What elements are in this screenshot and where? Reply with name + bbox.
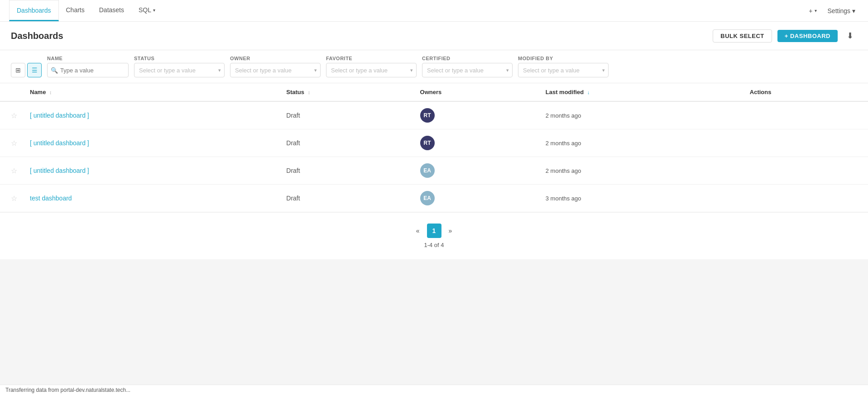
- row-name-cell: [ untitled dashboard ]: [23, 101, 279, 129]
- row-status-cell: Draft: [279, 185, 412, 212]
- col-owners-label: Owners: [420, 89, 442, 95]
- last-modified-time: 2 months ago: [546, 140, 581, 147]
- col-header-name[interactable]: Name ↕: [23, 83, 279, 101]
- table-row: ☆ [ untitled dashboard ] Draft RT 2 mont…: [0, 129, 868, 157]
- favorite-star-button[interactable]: ☆: [11, 167, 17, 175]
- dashboard-link[interactable]: test dashboard: [30, 195, 72, 202]
- table-row: ☆ [ untitled dashboard ] Draft EA 2 mont…: [0, 157, 868, 185]
- row-status-cell: Draft: [279, 101, 412, 129]
- tab-charts[interactable]: Charts: [59, 0, 92, 21]
- add-dashboard-button[interactable]: + DASHBOARD: [777, 30, 838, 42]
- favorite-filter-wrap: Select or type a value ▾: [326, 63, 417, 77]
- pagination: « 1 »: [412, 224, 456, 238]
- row-name-cell: [ untitled dashboard ]: [23, 129, 279, 157]
- row-name-cell: test dashboard: [23, 185, 279, 212]
- filters-bar: ⊞ ☰ NAME 🔍 STATUS Select or type a value…: [0, 50, 868, 83]
- favorite-filter-label: FAVORITE: [326, 56, 417, 61]
- status-badge: Draft: [286, 195, 300, 202]
- add-plus-icon: +: [809, 7, 812, 14]
- nav-right: + ▾ Settings ▾: [805, 5, 859, 16]
- col-header-owners: Owners: [413, 83, 538, 101]
- bulk-select-button[interactable]: BULK SELECT: [713, 29, 772, 43]
- grid-view-button[interactable]: ⊞: [11, 63, 25, 77]
- favorite-star-button[interactable]: ☆: [11, 111, 17, 120]
- add-button[interactable]: + ▾: [805, 5, 820, 16]
- status-sort-icon: ↕: [308, 90, 311, 95]
- table-container: Name ↕ Status ↕ Owners Last modified ↓ A…: [0, 83, 868, 212]
- header-actions: BULK SELECT + DASHBOARD ⬇: [713, 29, 857, 43]
- favorite-filter-select[interactable]: Select or type a value: [326, 63, 417, 77]
- favorite-star-button[interactable]: ☆: [11, 139, 17, 148]
- settings-button[interactable]: Settings ▾: [824, 5, 859, 16]
- tab-sql-label: SQL: [139, 6, 151, 14]
- pagination-container: « 1 » 1-4 of 4: [0, 212, 868, 259]
- last-modified-time: 3 months ago: [546, 195, 581, 202]
- dashboard-link[interactable]: [ untitled dashboard ]: [30, 112, 89, 119]
- status-badge: Draft: [286, 167, 300, 174]
- owner-filter-select[interactable]: Select or type a value: [230, 63, 321, 77]
- name-filter-input[interactable]: [47, 63, 129, 77]
- top-nav: Dashboards Charts Datasets SQL ▾ + ▾ Set…: [0, 0, 868, 22]
- status-filter-select[interactable]: Select or type a value: [134, 63, 225, 77]
- dashboard-link[interactable]: [ untitled dashboard ]: [30, 167, 89, 174]
- row-star-cell: ☆: [0, 185, 23, 212]
- dashboards-table: Name ↕ Status ↕ Owners Last modified ↓ A…: [0, 83, 868, 212]
- owner-filter-group: OWNER Select or type a value ▾: [230, 56, 321, 77]
- nav-tabs: Dashboards Charts Datasets SQL ▾: [9, 0, 163, 21]
- certified-filter-select[interactable]: Select or type a value: [422, 63, 513, 77]
- col-header-status[interactable]: Status ↕: [279, 83, 412, 101]
- table-row: ☆ test dashboard Draft EA 3 months ago: [0, 185, 868, 212]
- certified-filter-label: CERTIFIED: [422, 56, 513, 61]
- status-filter-label: STATUS: [134, 56, 225, 61]
- next-page-button[interactable]: »: [445, 225, 456, 236]
- col-header-last-modified[interactable]: Last modified ↓: [538, 83, 743, 101]
- row-owners-cell: EA: [413, 185, 538, 212]
- modified-by-filter-label: MODIFIED BY: [518, 56, 609, 61]
- row-last-modified-cell: 2 months ago: [538, 157, 743, 185]
- name-filter-wrap: 🔍: [47, 63, 129, 77]
- page-count: 1-4 of 4: [424, 242, 444, 248]
- page-header: Dashboards BULK SELECT + DASHBOARD ⬇: [0, 22, 868, 50]
- owner-filter-label: OWNER: [230, 56, 321, 61]
- modified-by-filter-group: MODIFIED BY Select or type a value ▾: [518, 56, 609, 77]
- owner-filter-wrap: Select or type a value ▾: [230, 63, 321, 77]
- col-header-actions: Actions: [743, 83, 868, 101]
- row-actions-cell: [743, 185, 868, 212]
- row-owners-cell: RT: [413, 101, 538, 129]
- row-star-cell: ☆: [0, 129, 23, 157]
- page-title: Dashboards: [11, 31, 63, 41]
- avatar: RT: [420, 136, 435, 150]
- certified-filter-wrap: Select or type a value ▾: [422, 63, 513, 77]
- row-owners-cell: EA: [413, 157, 538, 185]
- row-status-cell: Draft: [279, 129, 412, 157]
- row-actions-cell: [743, 129, 868, 157]
- page-1-button[interactable]: 1: [427, 224, 441, 238]
- download-button[interactable]: ⬇: [843, 29, 857, 43]
- col-status-label: Status: [286, 89, 304, 95]
- list-view-button[interactable]: ☰: [27, 63, 42, 77]
- col-actions-label: Actions: [750, 89, 772, 95]
- tab-datasets[interactable]: Datasets: [92, 0, 131, 21]
- tab-dashboards[interactable]: Dashboards: [9, 0, 59, 21]
- col-last-modified-label: Last modified: [546, 89, 584, 95]
- name-sort-icon: ↕: [49, 90, 52, 95]
- avatar: RT: [420, 108, 435, 123]
- download-icon: ⬇: [847, 31, 854, 40]
- sql-dropdown-icon: ▾: [153, 8, 155, 13]
- favorite-star-button[interactable]: ☆: [11, 194, 17, 203]
- view-toggles: ⊞ ☰: [11, 63, 42, 77]
- tab-sql[interactable]: SQL ▾: [131, 0, 163, 21]
- table-header-row: Name ↕ Status ↕ Owners Last modified ↓ A…: [0, 83, 868, 101]
- search-icon: 🔍: [51, 67, 58, 74]
- name-filter-label: NAME: [47, 56, 129, 61]
- status-badge: Draft: [286, 139, 300, 147]
- row-owners-cell: RT: [413, 129, 538, 157]
- last-modified-sort-icon: ↓: [587, 90, 590, 95]
- modified-by-filter-select[interactable]: Select or type a value: [518, 63, 609, 77]
- row-star-cell: ☆: [0, 101, 23, 129]
- status-badge: Draft: [286, 112, 300, 119]
- prev-page-button[interactable]: «: [412, 225, 423, 236]
- col-name-label: Name: [30, 89, 46, 95]
- dashboard-link[interactable]: [ untitled dashboard ]: [30, 139, 89, 147]
- avatar: EA: [420, 191, 435, 205]
